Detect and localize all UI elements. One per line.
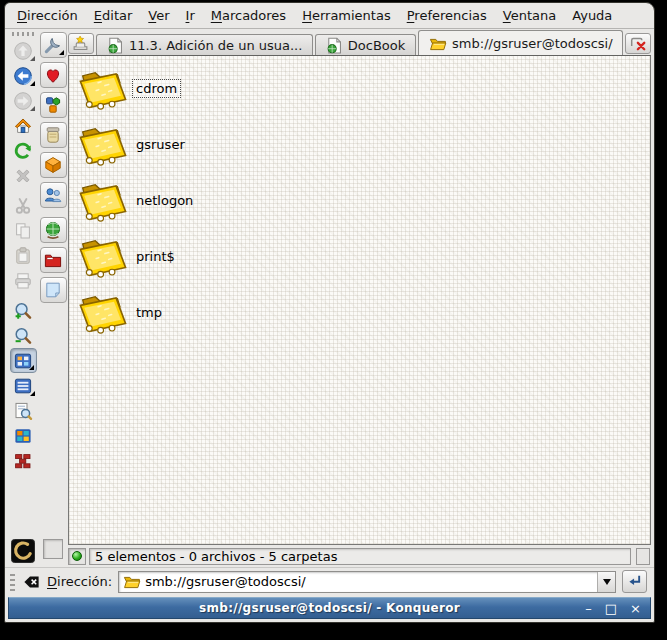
vertical-toolbars (8, 29, 68, 567)
file-label: tmp (132, 303, 166, 322)
konqueror-window: DirecciónEditarVerIrMarcadoresHerramient… (4, 2, 655, 623)
list-view-icon (13, 376, 33, 396)
folder-open-large-icon (75, 177, 129, 224)
up-button[interactable] (10, 38, 37, 63)
close-tab-icon (630, 35, 647, 52)
file-view[interactable]: cdromgsrusernetlogonprint$tmp (68, 55, 651, 545)
file-label: cdrom (132, 79, 181, 98)
tab-bar: 11.3. Adición de un usua...DocBooksmb://… (68, 29, 651, 55)
close-button[interactable]: × (630, 602, 641, 615)
go-enter-icon (626, 573, 643, 590)
settings-button[interactable] (40, 32, 67, 58)
shared-folder-button[interactable] (40, 247, 67, 273)
paste-icon (13, 246, 33, 266)
window-controls: – □ × (585, 598, 641, 618)
location-toolbar-handle[interactable] (10, 573, 15, 591)
close-tab-button[interactable] (625, 33, 651, 54)
brick-view-button[interactable] (10, 448, 37, 473)
zoom-out-icon (13, 326, 33, 346)
jar-icon (43, 125, 63, 145)
html-doc-icon (107, 37, 124, 54)
back-button[interactable] (10, 63, 37, 88)
statusbar-resize-grip[interactable] (636, 548, 650, 565)
menu-preferencias[interactable]: Preferencias (407, 8, 487, 23)
icon-view-button[interactable] (10, 348, 37, 373)
menu-ir[interactable]: Ir (186, 8, 195, 23)
folder-open-large-icon (75, 233, 129, 280)
browser-content: 11.3. Adición de un usua...DocBooksmb://… (68, 29, 651, 567)
bookmarks-button[interactable] (40, 62, 67, 88)
reload-button[interactable] (10, 138, 37, 163)
menu-ventana[interactable]: Ventana (503, 8, 556, 23)
red-folder-icon (43, 250, 63, 270)
status-led-box (68, 548, 86, 565)
home-button[interactable] (10, 113, 37, 138)
forward-button[interactable] (10, 88, 37, 113)
stop-icon (13, 166, 33, 186)
zoom-in-button[interactable] (10, 298, 37, 323)
tile-view-button[interactable] (10, 423, 37, 448)
package-button[interactable] (40, 152, 67, 178)
tile-view-icon (13, 426, 33, 446)
folder-open-large-icon (75, 289, 129, 336)
heart-icon (43, 65, 63, 85)
location-input[interactable] (145, 574, 593, 589)
toolbar-drag-handle[interactable] (12, 32, 34, 36)
main-toolbar (8, 29, 38, 567)
cut-icon (13, 196, 33, 216)
file-item-netlogon[interactable]: netlogon (75, 177, 197, 224)
status-bar: 5 elementos - 0 archivos - 5 carpetas (68, 545, 651, 567)
menu-direcci-n[interactable]: Dirección (17, 8, 78, 23)
maximize-button[interactable]: □ (605, 602, 617, 615)
new-tab-button[interactable] (68, 33, 94, 54)
archive-button[interactable] (40, 122, 67, 148)
users-button[interactable] (40, 182, 67, 208)
package-icon (43, 155, 63, 175)
file-item-tmp[interactable]: tmp (75, 289, 166, 336)
copy-button[interactable] (10, 218, 37, 243)
components-button[interactable] (40, 92, 67, 118)
copy-icon (13, 221, 33, 241)
list-view-button[interactable] (10, 373, 37, 398)
back-arrow-icon (13, 66, 33, 86)
minimize-button[interactable]: – (585, 602, 592, 615)
menu-herramientas[interactable]: Herramientas (302, 8, 391, 23)
globe-icon (43, 220, 63, 240)
location-dropdown-button[interactable] (597, 572, 615, 592)
paste-button[interactable] (10, 243, 37, 268)
zoom-in-icon (13, 301, 33, 321)
new-tab-icon (72, 35, 89, 52)
menu-ayuda[interactable]: Ayuda (572, 8, 612, 23)
stop-button[interactable] (10, 163, 37, 188)
file-item-print$[interactable]: print$ (75, 233, 179, 280)
forward-arrow-icon (13, 91, 33, 111)
menu-editar[interactable]: Editar (94, 8, 133, 23)
tab-label: smb://gsruser@todoscsi/ (452, 36, 613, 51)
menu-ver[interactable]: Ver (148, 8, 169, 23)
window-titlebar[interactable]: smb://gsruser@todoscsi/ - Konqueror – □ … (8, 597, 651, 619)
tab-3[interactable]: smb://gsruser@todoscsi/ (418, 30, 623, 55)
network-button[interactable] (40, 217, 67, 243)
folder-open-small-icon (429, 36, 447, 51)
cut-button[interactable] (10, 193, 37, 218)
tab-2[interactable]: DocBook (315, 34, 416, 55)
up-arrow-icon (13, 41, 33, 61)
preview-view-button[interactable] (10, 398, 37, 423)
go-button[interactable] (622, 570, 647, 593)
desktop-background: { "window": { "title": "smb://gsruser@to… (0, 0, 667, 640)
clear-location-button[interactable] (21, 572, 41, 591)
zoom-out-button[interactable] (10, 323, 37, 348)
notes-button[interactable] (40, 277, 67, 303)
window-title: smb://gsruser@todoscsi/ - Konqueror (9, 601, 650, 615)
folder-open-small-icon (123, 574, 141, 589)
file-item-cdrom[interactable]: cdrom (75, 65, 181, 112)
file-item-gsruser[interactable]: gsruser (75, 121, 189, 168)
print-button[interactable] (10, 268, 37, 293)
wrench-icon (43, 35, 63, 55)
tab-1[interactable]: 11.3. Adición de un usua... (96, 34, 313, 55)
status-led-icon (72, 551, 82, 561)
throbber-icon (11, 539, 35, 563)
menu-marcadores[interactable]: Marcadores (211, 8, 286, 23)
home-icon (13, 116, 33, 136)
file-label: netlogon (132, 191, 197, 210)
